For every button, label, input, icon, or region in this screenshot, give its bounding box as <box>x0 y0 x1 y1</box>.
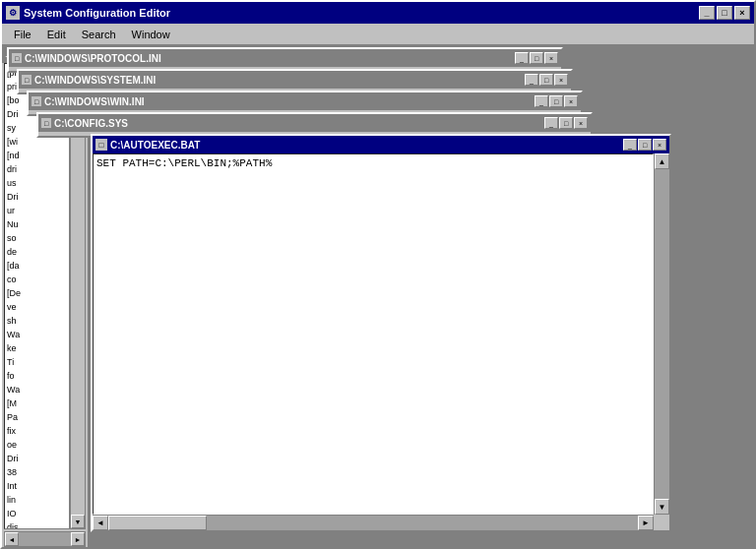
close-button[interactable]: × <box>734 6 750 20</box>
protocol-ini-buttons: _ □ × <box>515 52 558 64</box>
list-item: 38 <box>7 465 67 479</box>
config-sys-close[interactable]: × <box>574 117 588 129</box>
protocol-ini-title: C:\WINDOWS\PROTOCOL.INI <box>25 53 515 64</box>
win-ini-buttons: _ □ × <box>535 95 578 107</box>
autoexec-scroll-up[interactable]: ▲ <box>655 153 669 169</box>
list-item: Ti <box>7 355 67 369</box>
autoexec-bat-maximize[interactable]: □ <box>638 139 652 151</box>
system-ini-maximize[interactable]: □ <box>539 74 553 86</box>
list-item: [De <box>7 286 67 300</box>
system-ini-title-bar: □ C:\WINDOWS\SYSTEM.INI _ □ × <box>19 71 571 89</box>
config-sys-maximize[interactable]: □ <box>559 117 573 129</box>
config-sys-buttons: _ □ × <box>544 117 588 129</box>
list-item: Nu <box>7 217 67 231</box>
menu-edit[interactable]: Edit <box>39 27 74 42</box>
win-ini-close[interactable]: × <box>564 95 578 107</box>
minimize-button[interactable]: _ <box>699 6 715 20</box>
maximize-button[interactable]: □ <box>717 6 732 20</box>
win-ini-icon: □ <box>32 96 41 106</box>
system-ini-title: C:\WINDOWS\SYSTEM.INI <box>34 75 525 86</box>
autoexec-scroll-right[interactable]: ► <box>638 516 654 530</box>
autoexec-scroll-left[interactable]: ◄ <box>93 516 108 530</box>
list-item: fo <box>7 369 67 383</box>
list-item: Wa <box>7 328 67 341</box>
title-bar-buttons: _ □ × <box>699 6 750 20</box>
scroll-left-button[interactable]: ◄ <box>5 532 19 546</box>
main-window: ⚙ System Configuration Editor _ □ × File… <box>0 0 756 549</box>
system-ini-close[interactable]: × <box>554 74 568 86</box>
autoexec-bat-window: □ C:\AUTOEXEC.BAT _ □ × SET PATH=C:\PERL… <box>91 134 671 532</box>
menu-search[interactable]: Search <box>74 27 124 42</box>
size-grip <box>654 515 669 530</box>
autoexec-bat-scrollbar-h[interactable]: ◄ ► <box>93 515 654 530</box>
list-item: [nd <box>7 149 67 162</box>
menu-window[interactable]: Window <box>124 27 178 42</box>
list-item: [da <box>7 259 67 273</box>
list-item: lin <box>7 493 67 507</box>
menu-bar: File Edit Search Window <box>2 24 754 45</box>
autoexec-bat-buttons: _ □ × <box>623 139 666 151</box>
win-ini-title: C:\WINDOWS\WIN.INI <box>44 96 535 107</box>
main-title-bar: ⚙ System Configuration Editor _ □ × <box>2 2 754 24</box>
system-ini-minimize[interactable]: _ <box>525 74 538 86</box>
list-item: ke <box>7 341 67 355</box>
config-sys-minimize[interactable]: _ <box>544 117 558 129</box>
list-item: sh <box>7 314 67 328</box>
win-ini-title-bar: □ C:\WINDOWS\WIN.INI _ □ × <box>29 92 581 110</box>
win-ini-maximize[interactable]: □ <box>549 95 563 107</box>
autoexec-scroll-thumb-h <box>108 516 207 530</box>
menu-file[interactable]: File <box>6 27 39 42</box>
list-item: so <box>7 231 67 245</box>
list-item: Wa <box>7 383 67 396</box>
autoexec-bat-text: SET PATH=C:\PERL\BIN;%PATH% <box>94 154 653 172</box>
config-sys-title: C:\CONFIG.SYS <box>54 118 544 129</box>
list-item: Dri <box>7 190 67 204</box>
list-item: co <box>7 273 67 286</box>
mdi-content-area: ... [pr pri [bo Dri sy [wi [nd dri us Dr… <box>2 45 754 547</box>
list-item: IO <box>7 507 67 520</box>
win-ini-minimize[interactable]: _ <box>535 95 548 107</box>
protocol-ini-icon: □ <box>12 53 22 63</box>
protocol-ini-title-bar: □ C:\WINDOWS\PROTOCOL.INI _ □ × <box>9 49 561 67</box>
protocol-ini-minimize[interactable]: _ <box>515 52 529 64</box>
list-item: Int <box>7 479 67 493</box>
list-item: us <box>7 176 67 190</box>
list-item: ur <box>7 204 67 217</box>
scroll-track-h <box>19 532 71 546</box>
list-item: Pa <box>7 410 67 424</box>
autoexec-scroll-track-h <box>108 516 638 530</box>
left-panel-scrollbar-h[interactable]: ◄ ► <box>4 531 86 547</box>
list-item: dri <box>7 162 67 176</box>
config-sys-title-bar: □ C:\CONFIG.SYS _ □ × <box>38 114 591 132</box>
list-item: dis <box>7 520 67 529</box>
list-item: fix <box>7 424 67 438</box>
config-sys-icon: □ <box>41 118 51 128</box>
list-item: de <box>7 245 67 259</box>
protocol-ini-maximize[interactable]: □ <box>530 52 543 64</box>
scroll-down-button[interactable]: ▼ <box>71 515 85 528</box>
list-item: Dri <box>7 452 67 465</box>
list-item: oe <box>7 438 67 452</box>
app-title: System Configuration Editor <box>24 7 699 19</box>
app-icon: ⚙ <box>6 6 20 20</box>
autoexec-bat-title-bar: □ C:\AUTOEXEC.BAT _ □ × <box>93 136 669 153</box>
autoexec-bat-content[interactable]: SET PATH=C:\PERL\BIN;%PATH% <box>93 153 654 515</box>
scroll-right-button[interactable]: ► <box>71 532 85 546</box>
autoexec-bat-icon: □ <box>95 139 107 151</box>
autoexec-bat-minimize[interactable]: _ <box>623 139 637 151</box>
system-ini-icon: □ <box>22 75 32 85</box>
protocol-ini-close[interactable]: × <box>544 52 558 64</box>
system-ini-buttons: _ □ × <box>525 74 568 86</box>
list-item: ve <box>7 300 67 314</box>
list-item: [M <box>7 396 67 410</box>
autoexec-scroll-down[interactable]: ▼ <box>655 499 669 515</box>
autoexec-bat-close[interactable]: × <box>653 139 666 151</box>
autoexec-bat-title: C:\AUTOEXEC.BAT <box>110 140 623 151</box>
autoexec-bat-scrollbar-v[interactable]: ▲ ▼ <box>654 153 669 515</box>
autoexec-scroll-track-v <box>655 169 669 499</box>
